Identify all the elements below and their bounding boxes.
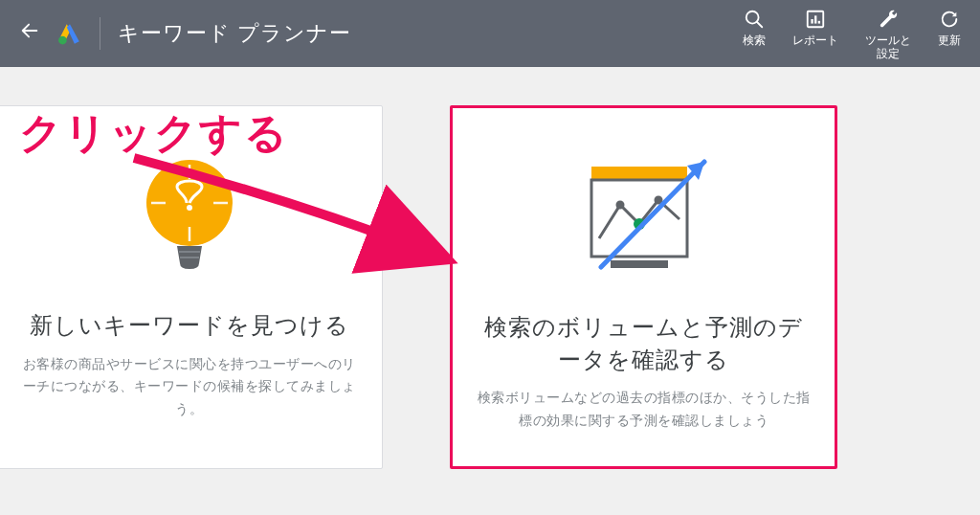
- svg-point-7: [187, 205, 192, 211]
- svg-rect-10: [611, 260, 668, 268]
- search-action[interactable]: 検索: [743, 7, 766, 61]
- discover-card-title: 新しいキーワードを見つける: [30, 309, 349, 342]
- svg-rect-4: [814, 15, 816, 23]
- lightbulb-icon: [137, 141, 242, 294]
- svg-point-11: [615, 201, 624, 210]
- chart-trend-icon: [563, 143, 725, 296]
- report-icon: [805, 7, 826, 32]
- svg-point-0: [58, 36, 67, 45]
- report-label: レポート: [792, 34, 838, 47]
- refresh-label: 更新: [938, 34, 961, 47]
- refresh-action[interactable]: 更新: [938, 7, 961, 61]
- svg-rect-8: [591, 167, 687, 180]
- svg-rect-5: [818, 20, 820, 23]
- annotation-click-label: クリックする: [19, 105, 289, 162]
- svg-rect-3: [811, 19, 813, 24]
- report-action[interactable]: レポート: [792, 7, 838, 61]
- google-ads-logo-icon[interactable]: [57, 21, 82, 46]
- header-left: キーワード プランナー: [19, 17, 351, 50]
- refresh-icon: [939, 7, 960, 32]
- app-header: キーワード プランナー 検索 レポート ツールと 設定 更新: [0, 0, 980, 67]
- search-icon: [744, 7, 765, 32]
- search-label: 検索: [743, 34, 766, 47]
- tools-action[interactable]: ツールと 設定: [865, 7, 911, 61]
- page-title: キーワード プランナー: [118, 19, 351, 48]
- volume-card-desc: 検索ボリュームなどの過去の指標のほか、そうした指標の効果に関する予測を確認しまし…: [476, 387, 812, 433]
- header-right: 検索 レポート ツールと 設定 更新: [743, 7, 961, 61]
- discover-card-desc: お客様の商品やサービスに関心を持つユーザーへのリーチにつながる、キーワードの候補…: [19, 353, 359, 421]
- back-arrow-icon[interactable]: [19, 20, 40, 47]
- header-divider: [100, 17, 100, 50]
- volume-forecast-card[interactable]: 検索のボリュームと予測のデータを確認する 検索ボリュームなどの過去の指標のほか、…: [450, 105, 837, 469]
- volume-card-title: 検索のボリュームと予測のデータを確認する: [476, 311, 812, 375]
- wrench-icon: [878, 7, 899, 32]
- tools-label: ツールと 設定: [865, 34, 911, 61]
